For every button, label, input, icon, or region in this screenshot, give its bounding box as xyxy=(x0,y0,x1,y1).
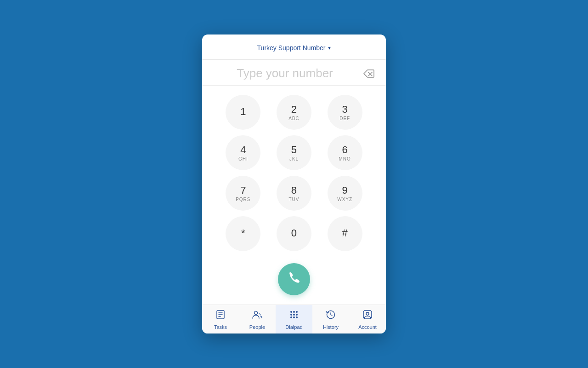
dial-letters: WXYZ xyxy=(337,197,352,202)
dial-key-7[interactable]: 7 PQRS xyxy=(226,176,260,211)
dial-key-4[interactable]: 4 GHI xyxy=(226,135,260,170)
dial-key-9[interactable]: 9 WXYZ xyxy=(328,176,362,211)
bottom-nav: Tasks People Dialpad History Account xyxy=(202,305,386,334)
dial-key-0[interactable]: 0 xyxy=(277,216,311,251)
dial-digit: 5 xyxy=(291,144,297,156)
call-button[interactable] xyxy=(278,263,310,295)
phone-icon xyxy=(287,270,301,288)
dial-key-3[interactable]: 3 DEF xyxy=(328,95,362,130)
dial-letters: DEF xyxy=(339,116,350,121)
nav-label-tasks: Tasks xyxy=(214,324,227,330)
dial-digit: 8 xyxy=(291,184,297,196)
backspace-button[interactable] xyxy=(360,68,378,80)
phone-app: Turkey Support Number ▾ 1 2 ABC 3 DEF 4 … xyxy=(202,34,386,334)
dial-key-*[interactable]: * xyxy=(226,216,260,251)
dialpad-grid: 1 2 ABC 3 DEF 4 GHI 5 JKL 6 MNO 7 PQRS 8… xyxy=(202,87,386,259)
svg-point-18 xyxy=(366,312,369,315)
svg-point-7 xyxy=(290,311,292,313)
svg-point-6 xyxy=(254,311,258,315)
dial-letters: PQRS xyxy=(236,197,250,202)
nav-item-account[interactable]: Account xyxy=(349,305,386,334)
number-input-row xyxy=(202,60,386,85)
account-icon xyxy=(362,310,373,322)
chevron-down-icon: ▾ xyxy=(328,45,331,51)
history-icon xyxy=(326,310,336,322)
dial-letters: GHI xyxy=(238,156,248,161)
caller-id-text: Turkey Support Number xyxy=(257,44,326,52)
nav-item-people[interactable]: People xyxy=(239,305,276,334)
nav-item-tasks[interactable]: Tasks xyxy=(202,305,239,334)
dial-digit: 7 xyxy=(240,184,246,196)
dial-key-2[interactable]: 2 ABC xyxy=(277,95,311,130)
dial-key-#[interactable]: # xyxy=(328,216,362,251)
header: Turkey Support Number ▾ xyxy=(202,34,386,60)
dial-letters: JKL xyxy=(289,156,299,161)
people-icon xyxy=(252,310,262,322)
nav-label-account: Account xyxy=(358,324,377,330)
dial-letters: MNO xyxy=(339,156,351,161)
caller-id-selector[interactable]: Turkey Support Number ▾ xyxy=(257,44,331,52)
call-button-row xyxy=(202,259,386,305)
svg-point-11 xyxy=(293,314,295,316)
dial-key-6[interactable]: 6 MNO xyxy=(328,135,362,170)
dial-digit: 3 xyxy=(342,104,348,115)
backspace-icon xyxy=(363,69,374,78)
dial-digit: * xyxy=(241,227,245,239)
dial-digit: # xyxy=(342,227,348,239)
svg-point-9 xyxy=(296,311,298,313)
nav-label-history: History xyxy=(323,324,339,330)
nav-label-people: People xyxy=(249,324,265,330)
nav-item-dialpad[interactable]: Dialpad xyxy=(276,305,312,334)
dialpad-icon xyxy=(289,310,299,322)
svg-point-13 xyxy=(290,316,292,318)
dial-letters: ABC xyxy=(288,116,300,121)
dial-digit: 0 xyxy=(291,227,297,239)
dial-digit: 1 xyxy=(240,106,246,118)
phone-number-input[interactable] xyxy=(210,66,360,80)
dial-key-5[interactable]: 5 JKL xyxy=(277,135,311,170)
dial-digit: 4 xyxy=(240,144,246,156)
dial-digit: 6 xyxy=(342,144,348,156)
svg-point-10 xyxy=(290,314,292,316)
nav-item-history[interactable]: History xyxy=(312,305,349,334)
tasks-icon xyxy=(215,310,226,322)
dial-key-8[interactable]: 8 TUV xyxy=(277,176,311,211)
svg-point-15 xyxy=(296,316,298,318)
svg-point-12 xyxy=(296,314,298,316)
dial-key-1[interactable]: 1 xyxy=(226,95,260,130)
dial-digit: 9 xyxy=(342,184,348,196)
dial-letters: TUV xyxy=(288,197,299,202)
svg-point-14 xyxy=(293,316,295,318)
dial-digit: 2 xyxy=(291,104,297,115)
nav-label-dialpad: Dialpad xyxy=(285,324,302,330)
svg-point-8 xyxy=(293,311,295,313)
